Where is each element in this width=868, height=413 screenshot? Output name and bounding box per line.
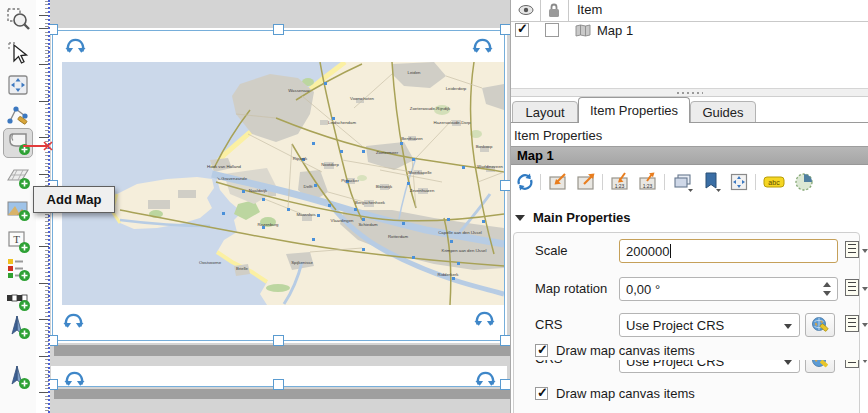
view-scale-icon: 1:23 — [638, 172, 658, 192]
clipping-icon — [794, 172, 814, 192]
map-rotation-spinbox[interactable]: 0,00 ° — [619, 277, 838, 301]
add-scalebar-icon — [5, 286, 31, 312]
interactive-extent-icon — [729, 172, 749, 192]
add-legend-tool[interactable] — [3, 254, 33, 284]
override-icon — [845, 315, 859, 332]
resize-handle-bottom-left[interactable] — [50, 335, 58, 346]
add-scalebar-tool[interactable] — [3, 284, 33, 314]
scale-glyph: 1:23 — [643, 183, 653, 189]
set-map-scale-to-canvas-button[interactable]: 1:23 — [608, 170, 632, 194]
set-scale-icon: 1:23 — [610, 172, 630, 192]
refresh-icon — [515, 172, 535, 192]
chevron-down-icon — [862, 360, 868, 363]
scale-glyph: 1:23 — [615, 183, 625, 189]
draw-map-canvas-items-checkbox[interactable] — [535, 344, 548, 357]
resize-handle-top-right[interactable] — [500, 24, 510, 35]
splitter-grip-dots — [677, 92, 703, 94]
labeling-abc-icon: abc — [763, 172, 785, 192]
move-item-content-tool[interactable] — [3, 70, 33, 100]
map-item-icon — [575, 24, 591, 37]
tab-item-properties[interactable]: Item Properties — [578, 97, 690, 123]
edit-nodes-item-tool[interactable] — [3, 100, 33, 130]
bookmarks-button[interactable] — [699, 170, 723, 194]
qgis-layout-designer-window: T 05010015020020 — [0, 0, 868, 413]
resize-handle-top-center[interactable] — [273, 24, 284, 35]
labeling-settings-button[interactable]: abc — [762, 170, 786, 194]
scale-data-defined-override-button[interactable] — [845, 241, 868, 261]
glitch-handle — [50, 379, 58, 390]
add-legend-icon — [5, 256, 31, 282]
rotate-indicator-icon — [471, 36, 494, 59]
panel-title: Item Properties — [514, 128, 602, 143]
crs-data-defined-override-button[interactable] — [845, 315, 868, 335]
add-north-arrow-tool-duplicate[interactable] — [3, 362, 33, 392]
resize-handle-top-left[interactable] — [50, 24, 58, 35]
add-north-arrow-tool[interactable] — [3, 312, 33, 342]
add-picture-tool[interactable] — [3, 194, 33, 224]
rotation-data-defined-override-button[interactable] — [845, 279, 868, 299]
items-list-header: Item — [511, 0, 868, 22]
layout-canvas[interactable]: LeidenLeiderdorpWassenaarVoorschotenZoet… — [50, 0, 510, 413]
add-label-icon: T — [5, 228, 31, 254]
column-separator — [540, 0, 541, 21]
select-crs-button[interactable] — [805, 313, 835, 337]
map-item-selection-frame[interactable] — [52, 30, 505, 341]
map-properties-toolbar: 1:23 1:23 — [511, 168, 868, 198]
resize-handle-bottom-center[interactable] — [273, 335, 284, 346]
resize-handle-middle-right[interactable] — [500, 180, 510, 191]
add-picture-icon — [5, 196, 31, 222]
tab-guides[interactable]: Guides — [690, 101, 756, 123]
resize-handle-bottom-right[interactable] — [500, 335, 510, 346]
chevron-down-icon — [784, 324, 792, 329]
add-label-tool[interactable]: T — [3, 226, 33, 256]
rotate-indicator-icon — [474, 369, 497, 387]
map-layers-button[interactable] — [671, 170, 695, 194]
selected-item-header: Map 1 — [511, 146, 868, 165]
label-glyph: T — [13, 233, 20, 245]
zoom-full-tool[interactable] — [3, 4, 33, 34]
globe-icon — [811, 316, 829, 334]
item-visibility-checkbox[interactable] — [515, 23, 529, 37]
selected-item-name: Map 1 — [517, 148, 554, 163]
rotate-indicator-icon — [63, 369, 86, 387]
item-lock-checkbox[interactable] — [545, 23, 559, 37]
override-icon — [845, 360, 859, 368]
text-caret — [670, 244, 671, 258]
crs-value: Use Project CRS — [626, 318, 724, 333]
map-rotation-value: 0,00 ° — [626, 282, 660, 297]
glitch-handle — [500, 379, 510, 390]
add-map-tool[interactable] — [3, 128, 33, 158]
add-north-arrow-icon — [5, 314, 31, 340]
select-move-item-tool[interactable] — [3, 38, 33, 68]
view-extent-in-canvas-button[interactable] — [574, 170, 598, 194]
clipping-settings-button[interactable] — [792, 170, 816, 194]
abc-glyph: abc — [768, 179, 780, 186]
spinner-arrows[interactable] — [821, 281, 833, 297]
chevron-down-icon — [862, 249, 868, 253]
scale-value: 200000 — [626, 244, 669, 259]
chevron-down-icon — [862, 287, 868, 291]
items-list-row-map1[interactable]: Map 1 — [511, 22, 868, 40]
crs-label: CRS — [535, 360, 562, 366]
draw-map-canvas-items-label: Draw map canvas items — [556, 343, 695, 358]
tab-layout[interactable]: Layout — [512, 101, 578, 123]
view-scale-in-canvas-button[interactable]: 1:23 — [636, 170, 660, 194]
globe-icon — [811, 360, 829, 370]
refresh-map-button[interactable] — [513, 170, 537, 194]
select-crs-button — [805, 360, 835, 373]
glitch-handle — [273, 379, 284, 390]
scale-label: Scale — [535, 243, 568, 258]
layers-icon — [672, 172, 694, 192]
tab-label: Guides — [702, 105, 743, 120]
set-map-extent-to-canvas-button[interactable] — [546, 170, 570, 194]
tooltip-text: Add Map — [47, 192, 102, 207]
scale-input[interactable]: 200000 — [619, 239, 838, 263]
items-column-header: Item — [577, 2, 602, 17]
interactive-extent-edit-button[interactable] — [727, 170, 751, 194]
crs-data-defined-override-button — [845, 360, 868, 371]
crs-combobox[interactable]: Use Project CRS — [619, 313, 800, 337]
bookmark-icon — [700, 172, 722, 192]
items-and-properties-panel: Item Map 1 Layout Item Properties Guides… — [511, 0, 868, 413]
main-properties-section-header[interactable]: Main Properties — [515, 210, 631, 225]
add-3d-map-tool[interactable] — [3, 162, 33, 192]
